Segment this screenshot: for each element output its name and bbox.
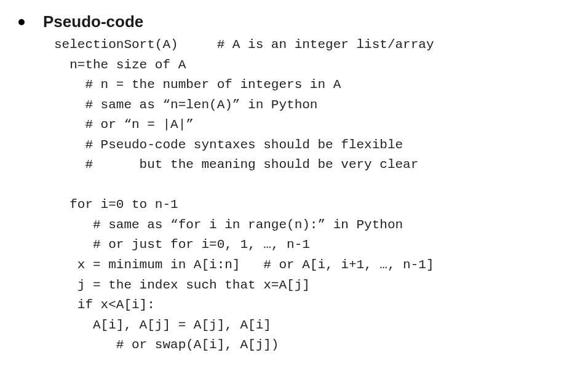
code-line: # or “n = |A|”	[54, 117, 194, 132]
code-line: # same as “for i in range(n):” in Python	[54, 218, 403, 232]
code-line: if x<A[i]:	[54, 298, 155, 312]
code-line: n=the size of A	[54, 58, 186, 72]
code-line: # or just for i=0, 1, …, n-1	[54, 237, 310, 252]
code-line: selectionSort(A) # A is an integer list/…	[54, 38, 434, 52]
code-line: # or swap(A[i], A[j])	[54, 338, 279, 352]
header-title: Pseudo-code	[43, 12, 143, 31]
code-line: for i=0 to n-1	[54, 197, 178, 212]
bullet-icon	[18, 19, 25, 25]
bullet-header: Pseudo-code	[18, 12, 570, 31]
pseudocode-block: selectionSort(A) # A is an integer list/…	[54, 35, 570, 356]
code-line: # but the meaning should be very clear	[54, 157, 418, 172]
code-line: j = the index such that x=A[j]	[54, 278, 310, 292]
code-line: A[i], A[j] = A[j], A[i]	[54, 318, 271, 332]
code-line: # Pseudo-code syntaxes should be flexibl…	[54, 138, 403, 152]
code-line: # same as “n=len(A)” in Python	[54, 98, 317, 112]
code-line: x = minimum in A[i:n] # or A[i, i+1, …, …	[54, 258, 434, 272]
code-line: # n = the number of integers in A	[54, 78, 341, 92]
